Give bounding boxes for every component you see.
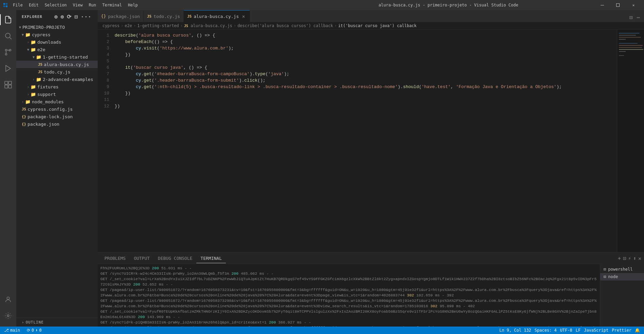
window-title: alura-busca.cy.js - primeiro-projeto - V… [303, 3, 595, 7]
more-tabs-icon[interactable]: ⋯ [635, 13, 641, 22]
status-bell[interactable]: 🔔 [633, 328, 641, 333]
account-activity-icon[interactable] [0, 291, 16, 308]
tree-item-fixtures[interactable]: › 📁 fixtures [16, 83, 98, 90]
explorer-activity-icon[interactable] [0, 12, 16, 28]
tree-project-root[interactable]: ▼ PRIMEIRO-PROJETO [16, 23, 98, 31]
crumb-file[interactable]: JS alura-busca.cy.js [184, 23, 232, 28]
maximize-button[interactable] [610, 0, 626, 10]
status-encoding[interactable]: UTF-8 [559, 328, 573, 333]
terminal-entry-powershell[interactable]: ⊡ powershell [600, 266, 644, 273]
tree-item-e2e[interactable]: ▼ 📁 e2e [16, 46, 98, 53]
svg-point-6 [5, 33, 10, 38]
tree-item-package-json[interactable]: {} package.json [16, 120, 98, 128]
new-folder-icon[interactable]: ⊕ [60, 13, 65, 21]
terminal-line-5: GET /pagead/1p-user-list/980051072/?rand… [100, 298, 597, 309]
tab-output[interactable]: OUTPUT [130, 254, 154, 263]
window-controls: ✕ [594, 0, 641, 10]
tab-debug-console[interactable]: DEBUG CONSOLE [154, 254, 197, 263]
crumb-cypress[interactable]: cypress [102, 23, 120, 28]
status-branch[interactable]: ⎇ main [3, 328, 21, 333]
tree-item-node-modules[interactable]: › 📁 node_modules [16, 98, 98, 105]
tab-alura-busca[interactable]: JS alura-busca.cy.js ✕ [184, 10, 250, 22]
tab-todo-cy-js[interactable]: JS todo.cy.js [143, 10, 184, 22]
terminal-line-3: GET /_set_cookie?val=LrXa%2BndYxIuiXJZId… [100, 276, 597, 287]
menu-terminal[interactable]: Terminal [99, 2, 124, 8]
tree-item-todo[interactable]: JS todo.cy.js [16, 68, 98, 76]
code-line-2: 2 beforeEach(() => { [98, 39, 617, 45]
code-line-9: 9 cy.get(':nth-child(5) > .busca-resulta… [98, 84, 617, 90]
split-editor-icon[interactable]: ⊡ [628, 13, 634, 22]
new-file-icon[interactable]: ⊕ [54, 13, 59, 21]
close-panel-icon[interactable]: ✕ [638, 255, 641, 262]
tree-item-cypress-config[interactable]: JS cypress.config.js [16, 105, 98, 113]
status-ln-col[interactable]: Ln 9, Col 132 [498, 328, 532, 333]
status-eol[interactable]: LF [574, 328, 582, 333]
menu-view[interactable]: View [70, 2, 85, 8]
js-file-icon-alura: JS [38, 62, 42, 67]
terminal-content[interactable]: Fh%2FUURUmLL%2BQjE%3D 200 51.031 ms - - … [98, 264, 600, 327]
terminal-entry-node[interactable]: ⊡ node [600, 273, 644, 280]
tab-package-json[interactable]: {} package.json [98, 10, 143, 22]
project-arrow: ▼ [19, 25, 21, 29]
menu-edit[interactable]: Edit [26, 2, 41, 8]
tab-terminal[interactable]: TERMINAL [196, 254, 226, 263]
code-editor[interactable]: 1 describe('alura busca cursos', () => {… [98, 29, 617, 252]
menu-run[interactable]: Run [86, 2, 99, 8]
tree-item-2-advanced-examples[interactable]: › 📁 2-advanced-examples [16, 76, 98, 83]
svg-rect-3 [6, 5, 7, 7]
code-line-5: 5 [98, 58, 617, 64]
crumb-it[interactable]: it('buscar curso java') callback [338, 23, 416, 28]
crumb-e2e[interactable]: e2e [125, 23, 132, 28]
folder-icon-cypress: 📁 [25, 32, 31, 37]
label-2-advanced: 2-advanced-examples [43, 77, 93, 82]
extensions-activity-icon[interactable] [0, 77, 16, 93]
run-debug-activity-icon[interactable] [0, 60, 16, 77]
svg-rect-26 [619, 51, 626, 52]
tree-item-downloads[interactable]: › 📁 downloads [16, 38, 98, 46]
menu-selection[interactable]: Selection [42, 2, 70, 8]
close-button[interactable]: ✕ [626, 0, 641, 10]
prettier-label: Prettier [612, 328, 631, 333]
svg-rect-0 [3, 3, 5, 5]
crumb-1-getting-started[interactable]: 1-getting-started [137, 23, 179, 28]
label-package-json: package.json [27, 122, 59, 127]
outline-section[interactable]: › OUTLINE [16, 318, 98, 327]
status-sync[interactable]: ⟳ 0 ⬇ 0 [25, 328, 43, 333]
app-icon [3, 2, 8, 8]
tree-item-package-lock[interactable]: {} package-lock.json [16, 113, 98, 120]
crumb-describe[interactable]: describe('alura busca cursos') callback [237, 23, 333, 28]
json-file-icon-lock: {} [22, 114, 26, 119]
label-e2e: e2e [37, 47, 45, 52]
label-cypress: cypress [32, 32, 51, 37]
tree-item-cypress[interactable]: ▼ 📁 cypress [16, 31, 98, 38]
svg-rect-22 [619, 43, 638, 44]
minimize-button[interactable] [594, 0, 610, 10]
svg-rect-21 [619, 39, 626, 40]
kill-terminal-icon[interactable]: ⚡ [628, 255, 631, 262]
svg-point-16 [7, 297, 9, 299]
json-file-icon-pkg: {} [22, 122, 26, 126]
maximize-panel-icon[interactable]: ⬆ [633, 255, 636, 262]
split-terminal-icon[interactable]: ⊡ [623, 255, 626, 262]
status-prettier[interactable]: Prettier [610, 328, 633, 333]
svg-rect-5 [617, 4, 620, 7]
menu-help[interactable]: Help [125, 2, 140, 8]
sidebar-title: EXPLORER [22, 15, 42, 19]
add-terminal-icon[interactable]: + [618, 255, 621, 262]
refresh-icon[interactable]: ⟳ [66, 13, 72, 21]
more-options-icon[interactable]: ··· [80, 13, 92, 21]
settings-activity-icon[interactable] [0, 308, 16, 324]
tree-item-alura-busca[interactable]: JS alura-busca.cy.js [16, 61, 98, 68]
tree-item-1-getting-started[interactable]: ▼ 📁 1-getting-started [16, 53, 98, 61]
collapse-icon[interactable]: ⊟ [74, 13, 79, 21]
tab-problems[interactable]: PROBLEMS [100, 254, 130, 263]
ln-col-label: Ln 9, Col 132 [499, 328, 531, 333]
menu-file[interactable]: File [10, 2, 25, 8]
source-control-activity-icon[interactable] [0, 44, 16, 60]
status-language[interactable]: JavaScript [583, 328, 610, 333]
folder-icon-1-getting-started: 📁 [36, 55, 41, 60]
tab-close-alura[interactable]: ✕ [241, 14, 246, 19]
tree-item-support[interactable]: › 📁 support [16, 90, 98, 98]
status-spaces[interactable]: Spaces: 4 [533, 328, 558, 333]
search-activity-icon[interactable] [0, 28, 16, 44]
